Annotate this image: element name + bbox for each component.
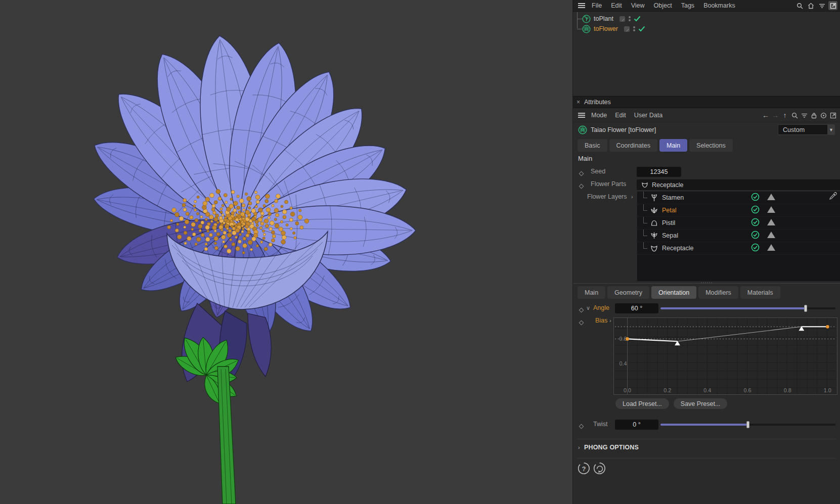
close-icon[interactable]: ×: [577, 99, 580, 106]
layer-triangle-icon[interactable]: [767, 231, 776, 240]
tab-basic[interactable]: Basic: [578, 139, 607, 152]
subtab-modifiers[interactable]: Modifiers: [698, 286, 738, 299]
attr-menu-edit[interactable]: Edit: [611, 112, 630, 119]
layer-triangle-icon[interactable]: [767, 218, 776, 227]
visibility-dots-icon[interactable]: [629, 16, 631, 21]
twist-slider-handle[interactable]: [746, 421, 749, 428]
eyedropper-icon[interactable]: [829, 192, 837, 202]
keyframe-diamond[interactable]: [580, 170, 583, 177]
layer-name: Pistil: [662, 219, 718, 226]
reset-rotate-icon[interactable]: [593, 462, 606, 475]
edit-toggle-icon[interactable]: [624, 26, 630, 32]
layer-row-sepal[interactable]: Sepal: [637, 230, 840, 242]
menu-object[interactable]: Object: [649, 2, 677, 9]
angle-slider-handle[interactable]: [804, 305, 807, 312]
menu-view[interactable]: View: [627, 2, 649, 9]
object-row-toplant[interactable]: toPlant: [573, 14, 641, 24]
hamburger-icon[interactable]: [578, 113, 585, 118]
target-icon[interactable]: [819, 111, 828, 120]
lock-icon[interactable]: [809, 111, 818, 120]
layer-enabled-icon[interactable]: [751, 243, 760, 253]
plant-object-icon: [582, 15, 591, 23]
layer-triangle-icon[interactable]: [767, 206, 776, 215]
object-row-toflower[interactable]: toFlower: [573, 24, 645, 34]
expand-chevron-icon[interactable]: ›: [631, 194, 633, 200]
search-icon[interactable]: [790, 111, 799, 120]
filter-icon[interactable]: [800, 111, 809, 120]
tab-main[interactable]: Main: [659, 139, 687, 152]
layer-enabled-icon[interactable]: [751, 193, 760, 203]
svg-text:0.4: 0.4: [620, 360, 627, 366]
edit-toggle-icon[interactable]: [620, 16, 625, 22]
load-preset-button[interactable]: Load Preset...: [615, 398, 669, 409]
subtab-main[interactable]: Main: [578, 286, 605, 299]
flower-layers-list: Stamen Petal: [637, 191, 840, 282]
layer-row-petal[interactable]: Petal: [637, 204, 840, 217]
hamburger-icon[interactable]: [578, 3, 585, 8]
receptacle-icon: [649, 244, 658, 253]
popout-icon[interactable]: [828, 111, 837, 120]
collapse-chevron-icon[interactable]: ∨: [586, 305, 590, 311]
twist-input[interactable]: 0 °: [615, 420, 658, 430]
home-icon[interactable]: [806, 1, 815, 10]
menu-bookmarks[interactable]: Bookmarks: [699, 2, 740, 9]
subtab-geometry[interactable]: Geometry: [607, 286, 649, 299]
forward-arrow-icon[interactable]: →: [771, 111, 780, 119]
popout-icon[interactable]: [828, 1, 837, 10]
help-icon[interactable]: ?: [578, 462, 590, 475]
keyframe-diamond[interactable]: [580, 423, 583, 430]
seed-input[interactable]: 12345: [637, 167, 681, 177]
attr-menu-mode[interactable]: Mode: [587, 112, 611, 119]
phong-options-header[interactable]: › PHONG OPTIONS: [578, 444, 639, 451]
twist-slider[interactable]: [660, 421, 835, 428]
back-arrow-icon[interactable]: ←: [761, 111, 770, 119]
layer-enabled-icon[interactable]: [751, 231, 760, 241]
flower-parts-dropdown[interactable]: Receptacle ▼: [637, 179, 840, 190]
receptacle-icon: [641, 181, 648, 189]
visibility-dots-icon[interactable]: [633, 26, 635, 31]
object-name-selected[interactable]: toFlower: [594, 25, 618, 32]
flower-parts-label: Flower Parts: [591, 180, 626, 188]
up-arrow-icon[interactable]: ↑: [780, 111, 789, 119]
enabled-check-icon[interactable]: [634, 16, 641, 22]
keyframe-diamond[interactable]: [580, 182, 583, 190]
search-icon[interactable]: [795, 1, 804, 10]
layer-row-pistil[interactable]: Pistil: [637, 217, 840, 230]
keyframe-diamond[interactable]: [580, 319, 583, 326]
layer-enabled-icon[interactable]: [751, 218, 760, 228]
splitter-grip[interactable]: ······: [701, 280, 713, 285]
panel-splitter[interactable]: ······: [573, 283, 840, 285]
right-panel: File Edit View Object Tags Bookmarks: [572, 0, 840, 504]
object-name[interactable]: toPlant: [594, 15, 613, 22]
layer-row-stamen[interactable]: Stamen: [637, 192, 840, 204]
subtab-materials[interactable]: Materials: [740, 286, 780, 299]
menu-tags[interactable]: Tags: [677, 2, 699, 9]
save-preset-button[interactable]: Save Preset...: [674, 398, 728, 409]
3d-viewport[interactable]: [0, 0, 572, 504]
preset-dropdown-arrow-icon[interactable]: ▼: [827, 124, 835, 135]
subtab-orientation[interactable]: Orientation: [651, 286, 696, 299]
layer-triangle-icon[interactable]: [767, 193, 776, 202]
section-heading: Main: [578, 155, 592, 162]
flower-object-icon: [582, 25, 591, 33]
tab-coordinates[interactable]: Coordinates: [609, 139, 657, 152]
svg-text:0.0: 0.0: [624, 387, 631, 393]
menu-edit[interactable]: Edit: [606, 2, 627, 9]
sepal-icon: [649, 232, 658, 240]
seed-label: Seed: [591, 168, 605, 175]
keyframe-diamond[interactable]: [580, 306, 583, 313]
preset-dropdown[interactable]: Custom: [778, 124, 827, 135]
tab-selections[interactable]: Selections: [689, 139, 733, 152]
attr-menu-user-data[interactable]: User Data: [630, 112, 667, 119]
enabled-check-icon[interactable]: [638, 26, 645, 32]
bias-curve-editor[interactable]: 0.80.40.00.20.40.60.81.0: [613, 317, 837, 395]
layer-name: Sepal: [662, 232, 718, 239]
layer-row-receptacle[interactable]: Receptacle: [637, 242, 840, 255]
layer-enabled-icon[interactable]: [751, 205, 760, 215]
angle-slider[interactable]: [660, 305, 835, 312]
layer-triangle-icon[interactable]: [767, 244, 776, 253]
expand-chevron-icon[interactable]: ›: [609, 317, 611, 324]
angle-input[interactable]: 60 °: [615, 303, 658, 313]
menu-file[interactable]: File: [587, 2, 606, 9]
filter-icon[interactable]: [817, 1, 826, 10]
